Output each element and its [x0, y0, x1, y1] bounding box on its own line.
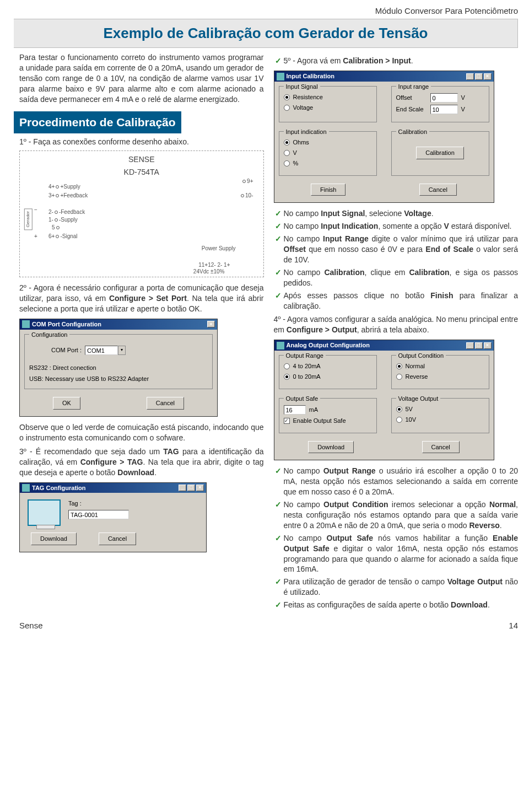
radio-4-20[interactable] [284, 363, 290, 369]
device-name-1: SENSE [23, 154, 260, 165]
label-ohms: Ohms [293, 138, 309, 147]
tag-input[interactable]: TAG-0001 [68, 510, 129, 519]
ok-button[interactable]: OK [53, 397, 80, 410]
radio-0-20[interactable] [284, 374, 290, 380]
download-button[interactable]: Download [31, 533, 77, 545]
page-footer: Sense 14 [19, 620, 518, 631]
maximize-icon[interactable]: □ [187, 485, 195, 491]
input-indication-fieldset: Input indication Ohms V % [279, 131, 377, 176]
calibration-legend: Calibration [396, 128, 430, 136]
app-icon [22, 320, 30, 328]
intro-text: Para testar o funcionamento correto do i… [19, 52, 264, 104]
gen-minus: − [34, 206, 37, 214]
com-hint-1: RS232 : Direct conection [29, 364, 208, 372]
radio-v[interactable] [284, 150, 290, 156]
com-port-select[interactable]: COM1 ▾ [85, 346, 126, 355]
input-dialog-titlebar: Input Calibration _ □ × [274, 71, 494, 82]
tag-label: Tag : [68, 499, 129, 508]
pin-5: 5 [52, 224, 61, 232]
output-dialog-titlebar: Analog Output Configuration _ □ × [274, 340, 494, 351]
label-0-20: 0 to 20mA [293, 373, 321, 381]
radio-ohms[interactable] [284, 139, 290, 146]
analog-output-dialog: Analog Output Configuration _ □ × Output… [274, 340, 494, 460]
minimize-icon[interactable]: _ [466, 73, 474, 80]
offset-input[interactable]: 0 [430, 93, 458, 103]
cancel-button[interactable]: Cancel [419, 184, 457, 196]
com-dialog-title: COM Port Configuration [32, 320, 101, 329]
radio-pct[interactable] [284, 160, 290, 166]
close-icon[interactable]: × [484, 342, 492, 349]
maximize-icon[interactable]: □ [475, 342, 483, 349]
minimize-icon[interactable]: _ [466, 342, 474, 349]
input-dialog-title: Input Calibration [287, 72, 334, 80]
input-indication-legend: Input indication [284, 128, 329, 136]
list-item: Para utilização de gerador de tensão o c… [274, 577, 519, 598]
com-legend: Configuration [29, 331, 69, 339]
radio-10v[interactable] [396, 417, 402, 423]
footer-page: 14 [509, 620, 518, 631]
step-2: 2º - Agora é necessário configurar a por… [19, 283, 264, 314]
endscale-label: End Scale [396, 105, 427, 114]
list-item: No campo Output Safe nós vamos habilitar… [274, 533, 519, 575]
right-column: 5º - Agora vá em Calibration > Input. In… [274, 52, 519, 614]
chevron-down-icon[interactable]: ▾ [118, 346, 126, 355]
calibration-button[interactable]: Calibration [416, 147, 464, 159]
title-band: Exemplo de Calibração com Gerador de Ten… [14, 19, 518, 48]
pin-4plus: 4++Supply [48, 183, 80, 191]
com-dialog-titlebar: COM Port Configuration × [20, 319, 217, 330]
checkbox-enable-safe[interactable] [284, 418, 290, 424]
radio-reverse[interactable] [396, 374, 402, 380]
input-signal-fieldset: Input Signal Resistence Voltage [279, 86, 377, 122]
output-condition-legend: Output Condition [396, 352, 446, 360]
pin-6plus: 6+-Signal [48, 233, 78, 240]
step-5: 5º - Agora vá em Calibration > Input. [274, 56, 519, 66]
list-item: No campo Output Range o usuário irá esco… [274, 466, 519, 497]
safe-unit: mA [309, 406, 319, 414]
tag-dialog-title: TAG Configuration [32, 484, 86, 492]
gen-plus: + [34, 233, 37, 240]
wiring-diagram: SENSE KD-754TA 4++Supply 3++Feedback 2--… [19, 150, 264, 277]
safe-input[interactable]: 16 [284, 405, 306, 415]
offset-label: Offset [396, 94, 427, 102]
step-3: 3º - É recomendado que seja dado um TAG … [19, 447, 264, 478]
cancel-button[interactable]: Cancel [99, 533, 136, 545]
computer-icon [28, 499, 61, 526]
cancel-button[interactable]: Cancel [147, 397, 184, 410]
close-icon[interactable]: × [196, 485, 204, 491]
input-signal-legend: Input Signal [284, 83, 320, 91]
finish-button[interactable]: Finish [311, 184, 346, 196]
list-item: No campo Input Range digite o valor míni… [274, 234, 519, 265]
output-range-fieldset: Output Range 4 to 20mA 0 to 20mA [279, 355, 377, 389]
step-4: 4º - Agora vamos configurar a saída anal… [274, 314, 519, 335]
radio-voltage[interactable] [284, 105, 290, 111]
offset-unit: V [461, 94, 465, 102]
label-5v: 5V [406, 405, 413, 413]
app-icon [22, 484, 30, 492]
minimize-icon[interactable]: _ [179, 485, 186, 491]
endscale-input[interactable]: 10 [430, 105, 458, 114]
list-item: Após esses passos clique no botão Finish… [274, 291, 519, 311]
close-icon[interactable]: × [484, 73, 492, 80]
left-column: Para testar o funcionamento correto do i… [19, 52, 264, 614]
radio-normal[interactable] [396, 363, 402, 369]
doc-header: Módulo Conversor Para Potenciômetro [19, 6, 518, 17]
output-range-legend: Output Range [284, 352, 326, 360]
power-spec: 24Vdc ±10% [193, 268, 225, 276]
tag-dialog: TAG Configuration _ □ × Tag : TAG-0001 D… [19, 482, 207, 553]
list-item: No campo Input Signal, selecione Voltage… [274, 208, 519, 219]
input-bullets: No campo Input Signal, selecione Voltage… [274, 208, 519, 311]
list-item: No campo Output Condition iremos selecio… [274, 499, 519, 531]
input-calibration-dialog: Input Calibration _ □ × Input Signal Res… [274, 71, 494, 203]
label-pct: % [293, 159, 299, 168]
maximize-icon[interactable]: □ [475, 73, 483, 80]
label-enable-safe: Enable Output Safe [293, 417, 346, 425]
list-item: No campo Input Indication, somente a opç… [274, 221, 519, 232]
radio-5v[interactable] [396, 406, 402, 412]
close-icon[interactable]: × [207, 321, 215, 327]
download-button[interactable]: Download [308, 441, 354, 454]
output-dialog-title: Analog Output Configuration [287, 341, 370, 349]
label-4-20: 4 to 20mA [293, 362, 321, 370]
cancel-button[interactable]: Cancel [422, 441, 460, 454]
radio-resistence[interactable] [284, 94, 290, 100]
page-title: Exemplo de Calibração com Gerador de Ten… [19, 24, 512, 43]
